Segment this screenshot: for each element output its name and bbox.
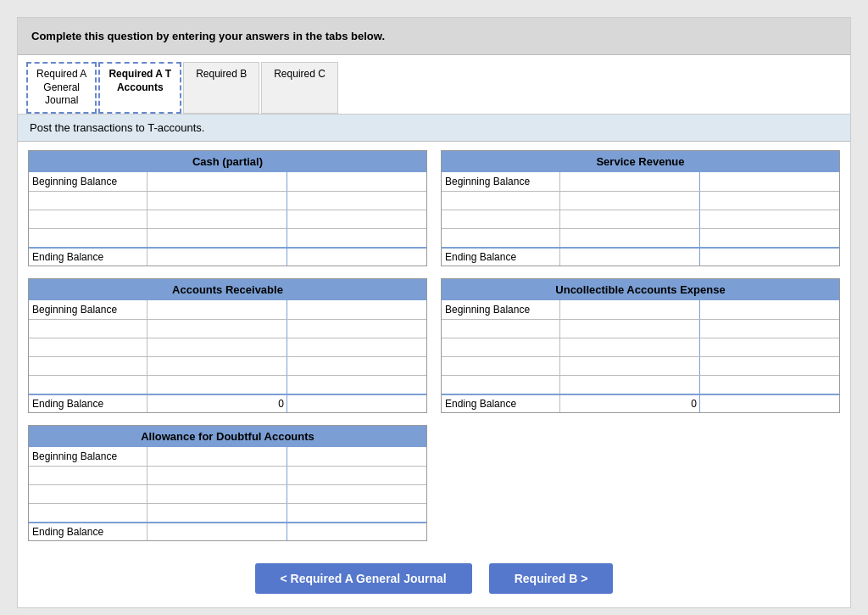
instruction-bar: Complete this question by entering your … xyxy=(18,18,850,55)
cash-eb-left[interactable] xyxy=(147,249,287,266)
sub-instruction: Post the transactions to T-accounts. xyxy=(18,115,850,142)
ue-bb-right[interactable] xyxy=(700,300,839,319)
allow-eb-right[interactable] xyxy=(287,523,426,540)
accounts-receivable-t-account: Accounts Receivable Beginning Balance xyxy=(28,278,427,413)
allow-r1-left[interactable] xyxy=(147,467,287,484)
ar-r3-left[interactable] xyxy=(147,357,287,375)
ar-bb-left[interactable] xyxy=(147,300,287,319)
ue-r3-right[interactable] xyxy=(700,357,839,375)
ar-r1-left[interactable] xyxy=(147,320,287,338)
tabs-bar: Required AGeneralJournal Required A TAcc… xyxy=(18,55,850,115)
allow-r3-right[interactable] xyxy=(287,504,426,522)
ue-r4-right[interactable] xyxy=(700,376,839,394)
allow-r1-right[interactable] xyxy=(287,467,426,484)
sr-bb-right[interactable] xyxy=(700,172,839,191)
tab-req-a-journal[interactable]: Required AGeneralJournal xyxy=(26,62,97,114)
instruction-text: Complete this question by entering your … xyxy=(31,30,385,42)
ar-r2-left[interactable] xyxy=(147,338,287,356)
prev-button[interactable]: < Required A General Journal xyxy=(255,563,472,594)
t-accounts-area: Cash (partial) Beginning Balance xyxy=(18,142,850,550)
tab-req-c[interactable]: Required C xyxy=(261,62,338,114)
sr-bb-left[interactable] xyxy=(560,172,700,191)
uncollectible-header: Uncollectible Accounts Expense xyxy=(442,279,839,300)
table-row: Ending Balance xyxy=(442,247,839,266)
ue-r1-left[interactable] xyxy=(560,320,700,338)
ue-r1-right[interactable] xyxy=(700,320,839,338)
ar-r1-right[interactable] xyxy=(287,320,426,338)
row-label: Ending Balance xyxy=(442,249,560,266)
row-label xyxy=(442,357,560,375)
ue-r2-right[interactable] xyxy=(700,338,839,356)
table-row xyxy=(29,356,426,375)
ue-eb-right[interactable] xyxy=(700,395,839,412)
tab-req-a-accounts[interactable]: Required A TAccounts xyxy=(98,62,181,114)
sr-r3-left[interactable] xyxy=(560,229,700,247)
table-row xyxy=(29,191,426,210)
ue-bb-left[interactable] xyxy=(560,300,700,319)
cash-bb-right[interactable] xyxy=(287,172,426,191)
allow-r3-left[interactable] xyxy=(147,504,287,522)
service-revenue-header: Service Revenue xyxy=(442,151,839,172)
row-label xyxy=(442,338,560,356)
cash-r1-right[interactable] xyxy=(287,192,426,210)
row-label xyxy=(29,229,147,247)
ue-r4-left[interactable] xyxy=(560,376,700,394)
sr-eb-left[interactable] xyxy=(560,249,700,266)
allow-eb-left[interactable] xyxy=(147,523,287,540)
row-label xyxy=(442,192,560,210)
row-label xyxy=(29,357,147,375)
ar-eb-left[interactable] xyxy=(147,395,287,412)
table-row xyxy=(442,210,839,228)
row-label xyxy=(29,192,147,210)
row-label xyxy=(29,210,147,228)
allow-bb-left[interactable] xyxy=(147,447,287,466)
ue-r2-left[interactable] xyxy=(560,338,700,356)
table-row xyxy=(29,338,426,356)
tab-req-b[interactable]: Required B xyxy=(183,62,259,114)
cash-r3-left[interactable] xyxy=(147,229,287,247)
table-row xyxy=(442,375,839,394)
ue-r3-left[interactable] xyxy=(560,357,700,375)
cash-bb-left[interactable] xyxy=(147,172,287,191)
table-row xyxy=(29,466,426,484)
allow-bb-right[interactable] xyxy=(287,447,426,466)
ar-eb-right[interactable] xyxy=(287,395,426,412)
main-container: Complete this question by entering your … xyxy=(17,17,851,608)
allow-r2-left[interactable] xyxy=(147,485,287,503)
bottom-nav: < Required A General Journal Required B … xyxy=(18,550,850,607)
next-button[interactable]: Required B > xyxy=(489,563,614,594)
cash-t-account: Cash (partial) Beginning Balance xyxy=(28,150,427,266)
sr-r1-right[interactable] xyxy=(700,192,839,210)
ar-r4-left[interactable] xyxy=(147,376,287,394)
uncollectible-body: Beginning Balance xyxy=(442,300,839,412)
table-row: Beginning Balance xyxy=(29,300,426,319)
table-row: Beginning Balance xyxy=(29,172,426,191)
row-label: Ending Balance xyxy=(29,395,147,412)
left-column: Cash (partial) Beginning Balance xyxy=(28,150,427,541)
ar-r2-right[interactable] xyxy=(287,338,426,356)
table-row: Ending Balance xyxy=(29,394,426,412)
row-label xyxy=(29,338,147,356)
cash-body: Beginning Balance xyxy=(29,172,426,266)
table-row xyxy=(29,228,426,247)
cash-r2-right[interactable] xyxy=(287,210,426,228)
ar-r4-right[interactable] xyxy=(287,376,426,394)
cash-header: Cash (partial) xyxy=(29,151,426,172)
sr-r2-left[interactable] xyxy=(560,210,700,228)
sr-r3-right[interactable] xyxy=(700,229,839,247)
sr-r2-right[interactable] xyxy=(700,210,839,228)
ar-body: Beginning Balance xyxy=(29,300,426,412)
sr-r1-left[interactable] xyxy=(560,192,700,210)
cash-r1-left[interactable] xyxy=(147,192,287,210)
table-row xyxy=(29,210,426,228)
ar-r3-right[interactable] xyxy=(287,357,426,375)
service-revenue-body: Beginning Balance xyxy=(442,172,839,266)
allow-r2-right[interactable] xyxy=(287,485,426,503)
row-label xyxy=(442,210,560,228)
sr-eb-right[interactable] xyxy=(700,249,839,266)
cash-r2-left[interactable] xyxy=(147,210,287,228)
ar-bb-right[interactable] xyxy=(287,300,426,319)
cash-eb-right[interactable] xyxy=(287,249,426,266)
ue-eb-left[interactable] xyxy=(560,395,700,412)
cash-r3-right[interactable] xyxy=(287,229,426,247)
